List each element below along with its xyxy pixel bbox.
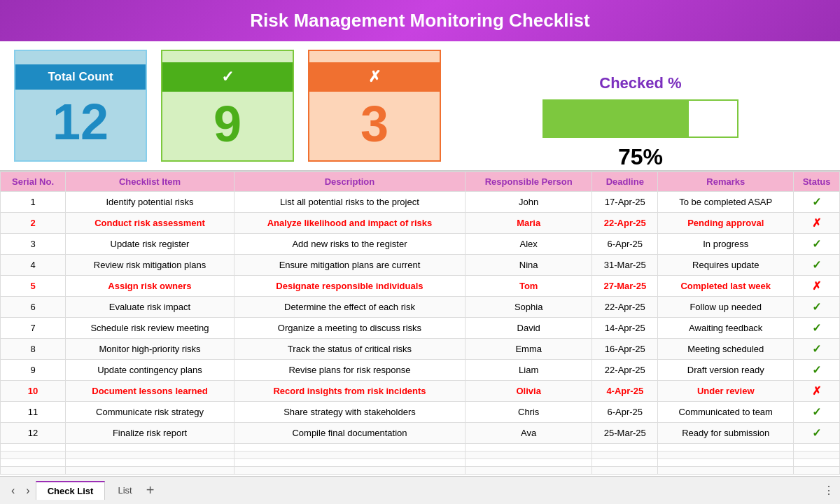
cell-status: ✗ [794,213,840,234]
checked-card: ✓ 9 [161,50,294,162]
col-description: Description [234,172,465,192]
cell-status: ✓ [794,318,840,339]
table-row: 9 Update contingency plans Revise plans … [1,360,840,381]
cell-person: David [465,318,592,339]
cell-remarks: Awaiting feedback [658,318,794,339]
cell-person: John [465,192,592,213]
cell-status: ✓ [794,402,840,423]
table-row: 5 Assign risk owners Designate responsib… [1,276,840,297]
cell-serial: 6 [1,297,66,318]
cell-deadline: 31-Mar-25 [592,255,658,276]
bottom-bar: ‹ › Check List List + ⋮ [0,476,840,504]
table-row: 11 Communicate risk strategy Share strat… [1,402,840,423]
cell-description: Revise plans for risk response [234,360,465,381]
cell-serial: 4 [1,255,66,276]
cell-deadline: 22-Apr-25 [592,297,658,318]
cell-deadline: 25-Mar-25 [592,423,658,444]
cell-description: Analyze likelihood and impact of risks [234,213,465,234]
cell-status: ✓ [794,255,840,276]
cell-person: Alex [465,234,592,255]
cell-remarks: To be completed ASAP [658,192,794,213]
next-sheet-button[interactable]: › [20,483,35,498]
cell-description: Designate responsible individuals [234,276,465,297]
cell-status: ✓ [794,192,840,213]
cell-item: Update contingency plans [66,360,234,381]
page-header: Risk Management Monitoring Checklist [0,0,840,41]
cell-serial: 8 [1,339,66,360]
cell-description: Record insights from risk incidents [234,381,465,402]
percent-label: Checked % [599,74,681,92]
cell-deadline: 6-Apr-25 [592,234,658,255]
cell-person: Chris [465,402,592,423]
cell-remarks: In progress [658,234,794,255]
cell-remarks: Follow up needed [658,297,794,318]
cell-deadline: 16-Apr-25 [592,339,658,360]
cell-description: Add new risks to the register [234,234,465,255]
cell-remarks: Pending approval [658,213,794,234]
table-row: 7 Schedule risk review meeting Organize … [1,318,840,339]
cell-serial: 10 [1,381,66,402]
cell-status: ✓ [794,297,840,318]
percent-fill [544,101,689,136]
cell-item: Review risk mitigation plans [66,255,234,276]
cell-status: ✗ [794,276,840,297]
check-icon: ✓ [162,62,293,92]
unchecked-card: ✗ 3 [308,50,441,162]
cell-item: Document lessons learned [66,381,234,402]
cell-serial: 1 [1,192,66,213]
cell-description: Compile final documentation [234,423,465,444]
empty-row [1,451,840,459]
add-tab-button[interactable]: + [146,482,155,498]
table-row: 1 Identify potential risks List all pote… [1,192,840,213]
summary-area: Total Count 12 ✓ 9 ✗ 3 Checked % 75% [0,41,840,172]
cell-serial: 9 [1,360,66,381]
table-container: Serial No. Checklist Item Description Re… [0,172,840,475]
page-title: Risk Management Monitoring Checklist [250,10,589,31]
cell-deadline: 22-Apr-25 [592,213,658,234]
cell-deadline: 4-Apr-25 [592,381,658,402]
table-row: 2 Conduct risk assessment Analyze likeli… [1,213,840,234]
bottom-right-controls: ⋮ [823,484,834,497]
cell-status: ✗ [794,381,840,402]
cell-item: Update risk register [66,234,234,255]
cell-item: Identify potential risks [66,192,234,213]
cell-serial: 3 [1,234,66,255]
more-options-icon[interactable]: ⋮ [823,484,834,497]
total-count-label: Total Count [15,64,146,90]
table-body: 1 Identify potential risks List all pote… [1,192,840,475]
cell-item: Communicate risk strategy [66,402,234,423]
cell-serial: 11 [1,402,66,423]
cell-serial: 2 [1,213,66,234]
cell-remarks: Under review [658,381,794,402]
cell-remarks: Draft version ready [658,360,794,381]
cell-deadline: 14-Apr-25 [592,318,658,339]
cell-person: Emma [465,339,592,360]
cell-remarks: Meeting scheduled [658,339,794,360]
empty-row [1,459,840,467]
prev-sheet-button[interactable]: ‹ [6,483,20,498]
table-row: 3 Update risk register Add new risks to … [1,234,840,255]
cell-deadline: 6-Apr-25 [592,402,658,423]
table-row: 12 Finalize risk report Compile final do… [1,423,840,444]
checked-value: 9 [214,99,241,149]
cell-item: Monitor high-priority risks [66,339,234,360]
cell-status: ✓ [794,234,840,255]
cell-item: Finalize risk report [66,423,234,444]
tab-checklist[interactable]: Check List [36,481,106,500]
cell-remarks: Completed last week [658,276,794,297]
cell-serial: 5 [1,276,66,297]
table-row: 6 Evaluate risk impact Determine the eff… [1,297,840,318]
empty-row [1,444,840,451]
percent-bar-container [542,99,738,138]
cell-status: ✓ [794,360,840,381]
cell-item: Conduct risk assessment [66,213,234,234]
cell-remarks: Ready for submission [658,423,794,444]
cell-person: Tom [465,276,592,297]
total-count-card: Total Count 12 [14,50,147,162]
checklist-table: Serial No. Checklist Item Description Re… [0,172,840,475]
cell-serial: 12 [1,423,66,444]
tab-list[interactable]: List [106,482,143,499]
cell-person: Ava [465,423,592,444]
cell-remarks: Requires update [658,255,794,276]
cell-description: Share strategy with stakeholders [234,402,465,423]
